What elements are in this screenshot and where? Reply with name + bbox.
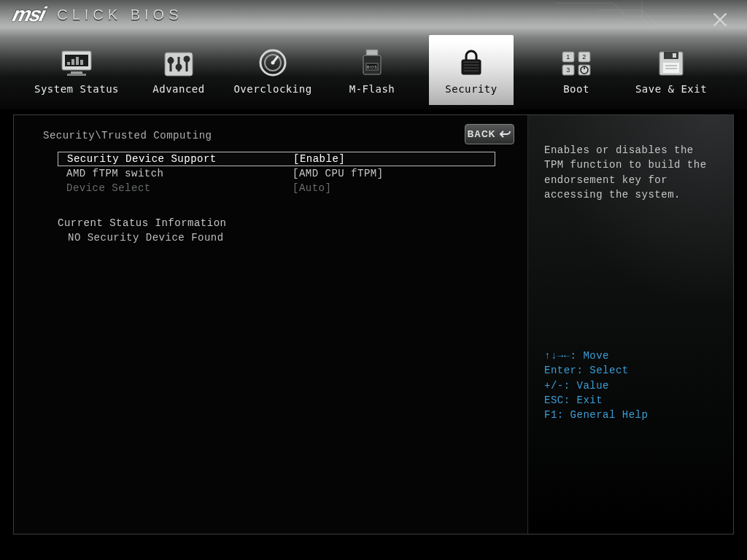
lock-icon [451,45,492,77]
option-key: Device Select [66,182,293,194]
sliders-icon [158,45,199,77]
menu-label: M-Flash [349,83,395,95]
svg-rect-9 [71,59,74,65]
undo-arrow-icon [500,129,511,139]
breadcrumb: Security\Trusted Computing [43,130,508,141]
svg-rect-10 [76,57,79,65]
settings-panel: Security\Trusted Computing BACK Security… [14,115,529,534]
brand: msi CLICK BIOS [13,3,183,26]
menu-system-status[interactable]: System Status [29,35,124,105]
menu-mflash[interactable]: BIOS M-Flash [336,35,409,105]
status-line: NO Security Device Found [68,232,508,244]
menu-label: Save & Exit [635,83,707,95]
svg-rect-32 [463,70,479,71]
help-text: Enables or disables the TPM function to … [544,143,717,202]
menu-overclocking[interactable]: Overclocking [229,35,317,105]
svg-rect-44 [673,53,676,58]
content-frame: Security\Trusted Computing BACK Security… [13,114,734,534]
hint-f1: F1: General Help [544,408,648,422]
top-menu: System Status Advanced [0,35,747,105]
key-hints: ↑↓→←: Move Enter: Select +/-: Value ESC:… [544,349,648,422]
svg-rect-8 [67,62,70,65]
svg-rect-29 [463,61,479,63]
floppy-save-icon [651,45,692,77]
option-value: [Enable] [293,153,345,165]
menu-boot[interactable]: 1 2 3 Boot [547,35,605,105]
header-band: msi CLICK BIOS System Status [0,0,747,109]
option-security-device-support[interactable]: Security Device Support [Enable] [58,152,495,166]
menu-label: Boot [563,83,589,95]
close-button[interactable] [709,9,731,31]
back-label: BACK [468,129,496,139]
svg-rect-11 [80,60,83,65]
svg-text:1: 1 [566,53,570,61]
svg-point-20 [185,57,189,61]
svg-point-18 [177,65,181,69]
help-panel: Enables or disables the TPM function to … [527,115,733,534]
svg-text:3: 3 [566,66,570,74]
option-key: AMD fTPM switch [66,168,293,179]
menu-security[interactable]: Security [429,35,514,105]
menu-advanced[interactable]: Advanced [142,35,215,105]
option-value: [AMD CPU fTPM] [293,168,384,179]
svg-rect-30 [463,64,479,66]
hint-move: ↑↓→←: Move [544,349,648,363]
boot-order-icon: 1 2 3 [556,45,597,77]
usb-bios-icon: BIOS [352,45,392,77]
svg-rect-31 [463,67,479,69]
status-heading: Current Status Information [58,217,508,229]
svg-point-23 [271,61,275,65]
msi-logo: msi [10,3,47,26]
hint-enter: Enter: Select [544,363,648,378]
menu-label: System Status [34,83,119,95]
monitor-bars-icon [56,45,97,77]
product-name: CLICK BIOS [57,7,182,23]
option-list: Security Device Support [Enable] AMD fTP… [58,152,495,195]
option-value: [Auto] [293,182,331,194]
hint-value: +/-: Value [544,378,648,393]
svg-rect-12 [71,71,82,74]
menu-label: Advanced [152,83,204,95]
option-amd-ftpm-switch[interactable]: AMD fTPM switch [AMD CPU fTPM] [58,166,495,181]
svg-rect-45 [663,63,679,73]
gauge-icon [252,45,293,77]
hint-esc: ESC: Exit [544,393,648,408]
svg-point-16 [169,58,173,63]
option-key: Security Device Support [67,153,293,165]
menu-label: Security [445,83,497,95]
svg-text:2: 2 [582,53,587,61]
back-button[interactable]: BACK [465,124,514,144]
svg-text:BIOS: BIOS [367,65,377,69]
menu-label: Overclocking [233,83,311,95]
option-device-select: Device Select [Auto] [58,181,495,195]
svg-rect-24 [366,50,378,55]
menu-save-exit[interactable]: Save & Exit [627,35,715,105]
svg-rect-13 [67,74,86,76]
